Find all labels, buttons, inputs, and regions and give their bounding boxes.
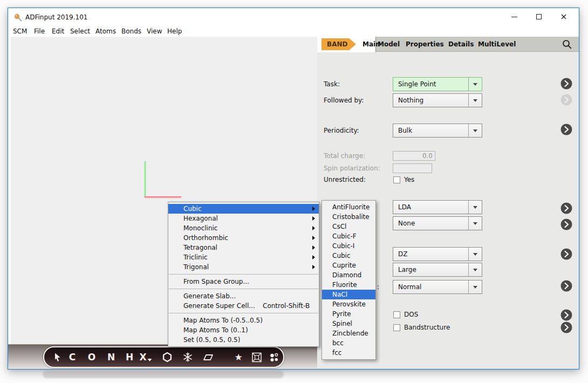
pointer-tool-icon[interactable] [53,347,61,367]
submenu-item-cubic[interactable]: Cubic [322,251,375,261]
tab-properties[interactable]: Properties [406,37,444,52]
context-menu-item-tetragonal[interactable]: Tetragonal [168,243,319,252]
submenu-item-fcc[interactable]: fcc [322,348,375,358]
tab-bar: BAND Main Model Properties Details Multi… [317,37,579,52]
tab-multilevel[interactable]: MultiLevel [478,37,516,52]
element-x-tool[interactable]: X [139,347,152,367]
basis-set-dropdown[interactable]: DZ [393,247,482,261]
item-label: Cubic [183,205,202,213]
unrestricted-checkbox[interactable] [393,176,400,183]
submenu-item-cubic-i[interactable]: Cubic-I [322,241,375,251]
favorites-star-icon[interactable]: ★ [234,347,242,367]
menu-scm[interactable]: SCM [13,28,27,35]
submenu-item-cubic-f[interactable]: Cubic-F [322,231,375,241]
item-label: Orthorhombic [183,234,228,242]
maximize-button[interactable] [531,8,547,25]
nitrogen-tool[interactable]: N [107,347,115,367]
menu-edit[interactable]: Edit [52,28,64,35]
periodicity-dropdown[interactable]: Bulk [393,124,482,138]
context-menu-item-map-atoms-unit[interactable]: Map Atoms To (0..1) [168,325,319,335]
context-menu-item-space-group[interactable]: From Space Group... [168,277,319,286]
context-menu-item-triclinic[interactable]: Triclinic [168,252,319,262]
crystal-context-menu: Cubic Hexagonal Monoclinic Orthorhombic … [168,202,319,347]
menu-bonds[interactable]: Bonds [121,28,141,35]
tab-details[interactable]: Details [448,37,474,52]
minimize-icon [511,17,517,17]
submenu-item-bcc[interactable]: bcc [322,338,375,348]
relativity-dropdown[interactable]: None [393,216,482,230]
snowflake-icon[interactable] [183,347,193,367]
xc-detail-button[interactable] [560,202,572,214]
context-menu-item-generate-slab[interactable]: Generate Slab... [168,291,319,301]
task-detail-button[interactable] [560,78,572,90]
context-menu-item-orthorhombic[interactable]: Orthorhombic [168,233,319,243]
menu-file[interactable]: File [34,28,45,35]
followed-by-dropdown[interactable]: Nothing [393,93,482,107]
search-icon[interactable] [562,39,572,50]
followed-by-value: Nothing [393,97,468,104]
bandstructure-checkbox[interactable] [393,324,400,331]
submenu-item-cuprite[interactable]: Cuprite [322,261,375,270]
item-label: Hexagonal [183,215,218,222]
engine-badge[interactable]: BAND [322,38,356,50]
submenu-item-cristobalite[interactable]: Cristobalite [322,212,375,222]
molecules-dots-icon[interactable] [269,347,279,367]
hidden-label-fragment: : [377,280,379,294]
basis-detail-button[interactable] [560,248,572,260]
dos-detail-button[interactable] [560,309,572,321]
xc-functional-dropdown[interactable]: LDA [393,200,482,214]
oxygen-tool[interactable]: O [88,347,95,367]
task-dropdown[interactable]: Single Point [393,77,482,91]
dropdown-arrow-icon [468,281,482,293]
tab-model[interactable]: Model [378,37,400,52]
adfinput-window: ADFinput 2019.101 × SCM File Edit Select… [8,8,579,370]
quality-detail-button[interactable] [560,280,572,292]
context-menu-item-monoclinic[interactable]: Monoclinic [168,223,319,233]
submenu-item-fluorite[interactable]: Fluorite [322,280,375,290]
item-label: Tetragonal [183,244,217,251]
submenu-item-pyrite[interactable]: Pyrite [322,309,375,319]
context-menu-item-map-atoms-half[interactable]: Map Atoms To (-0.5..0.5) [168,316,319,325]
periodicity-label: Periodicity: [324,124,359,138]
submenu-item-nacl[interactable]: NaCl [322,290,375,299]
balloon-tool-icon[interactable] [203,347,214,367]
context-menu-item-set-center[interactable]: Set (0.5, 0.5, 0.5) [168,335,319,345]
hydrogen-tool[interactable]: H [126,347,133,367]
menu-help[interactable]: Help [167,28,182,35]
followed-by-detail-button [560,94,572,106]
item-label: Triclinic [183,254,208,261]
numerical-quality-dropdown[interactable]: Normal [393,280,482,294]
submenu-item-perovskite[interactable]: Perovskite [322,299,375,309]
menu-select[interactable]: Select [70,28,90,35]
axis-x-red [145,196,181,197]
submenu-item-antifluorite[interactable]: AntiFluorite [322,202,375,212]
titlebar[interactable]: ADFinput 2019.101 × [8,8,579,27]
submenu-item-diamond[interactable]: Diamond [322,270,375,280]
total-charge-input[interactable] [393,151,435,161]
frozen-core-dropdown[interactable]: Large [393,263,482,277]
spin-polarization-input[interactable] [393,163,432,173]
relativity-detail-button[interactable] [560,218,572,230]
close-button[interactable]: × [556,8,572,25]
item-label: Trigonal [183,263,209,271]
menu-atoms[interactable]: Atoms [95,28,116,35]
context-menu-item-cubic[interactable]: Cubic [168,204,319,214]
submenu-item-spinel[interactable]: Spinel [322,319,375,329]
ring-tool-icon[interactable] [162,347,173,367]
submenu-item-cscl[interactable]: CsCl [322,222,375,231]
submenu-item-zincblende[interactable]: Zincblende [322,329,375,338]
context-menu-item-generate-super-cell[interactable]: Generate Super Cell... Control-Shift-B [168,301,319,311]
spin-polarization-label: Spin polarization: [324,163,380,173]
unit-cell-icon[interactable] [252,347,262,367]
menu-view[interactable]: View [147,28,162,35]
minimize-button[interactable] [506,8,522,25]
carbon-tool[interactable]: C [69,347,76,367]
submenu-arrow-icon [312,216,315,221]
dropdown-arrow-icon [468,217,482,230]
context-menu-item-trigonal[interactable]: Trigonal [168,262,319,272]
bandstructure-detail-button[interactable] [560,322,572,333]
app-logo-icon [13,13,23,22]
context-menu-item-hexagonal[interactable]: Hexagonal [168,214,319,223]
dos-checkbox[interactable] [393,311,400,318]
periodicity-detail-button[interactable] [560,124,572,135]
